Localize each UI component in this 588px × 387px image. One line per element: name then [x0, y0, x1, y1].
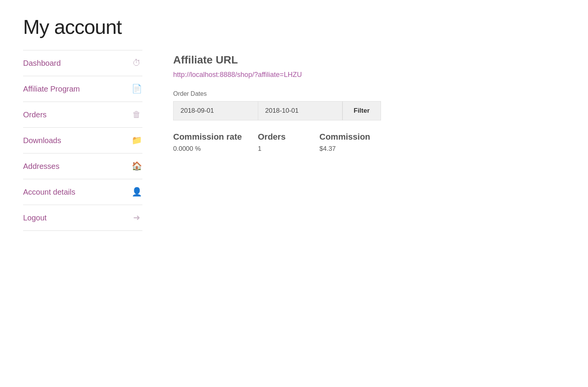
date-to-input[interactable] [258, 101, 342, 120]
sidebar-item-affiliate-program[interactable]: Affiliate Program [23, 76, 142, 102]
sidebar-item-label-orders: Orders [23, 110, 47, 120]
sidebar-divider-bottom [23, 230, 142, 231]
sidebar: Dashboard Affiliate Program Orders Downl… [23, 50, 142, 231]
commission-rate-column: Commission rate 0.0000 % [173, 132, 258, 153]
commission-value: $4.37 [319, 145, 404, 153]
sidebar-item-logout[interactable]: Logout [23, 205, 142, 230]
sidebar-item-account-details[interactable]: Account details [23, 179, 142, 205]
downloads-icon [131, 135, 142, 145]
sidebar-item-label-affiliate: Affiliate Program [23, 84, 80, 94]
sidebar-item-dashboard[interactable]: Dashboard [23, 50, 142, 76]
commission-header: Commission [319, 132, 404, 145]
orders-header: Orders [258, 132, 319, 145]
layout: Dashboard Affiliate Program Orders Downl… [23, 50, 565, 231]
orders-value: 1 [258, 145, 319, 153]
sidebar-item-label-account-details: Account details [23, 187, 75, 197]
page-wrapper: My account Dashboard Affiliate Program O… [0, 0, 588, 246]
sidebar-item-label-logout: Logout [23, 213, 47, 223]
logout-icon [131, 213, 142, 223]
sidebar-item-label-addresses: Addresses [23, 161, 60, 171]
sidebar-item-addresses[interactable]: Addresses [23, 153, 142, 179]
main-content: Affiliate URL http://localhost:8888/shop… [173, 50, 565, 153]
commission-column: Commission $4.37 [319, 132, 404, 153]
affiliate-icon [131, 84, 142, 94]
sidebar-item-label-dashboard: Dashboard [23, 58, 61, 68]
sidebar-item-orders[interactable]: Orders [23, 102, 142, 127]
sidebar-item-label-downloads: Downloads [23, 135, 61, 145]
filter-button[interactable]: Filter [342, 101, 381, 120]
affiliate-url-link[interactable]: http://localhost:8888/shop/?affiliate=LH… [173, 71, 565, 79]
orders-column: Orders 1 [258, 132, 319, 153]
commission-rate-header: Commission rate [173, 132, 258, 145]
order-dates-label: Order Dates [173, 90, 565, 97]
sidebar-item-downloads[interactable]: Downloads [23, 128, 142, 153]
dashboard-icon [131, 58, 142, 68]
affiliate-url-section-title: Affiliate URL [173, 54, 565, 66]
account-icon [131, 187, 142, 197]
date-filter-row: Filter [173, 101, 565, 120]
orders-icon [131, 110, 142, 120]
date-from-input[interactable] [173, 101, 258, 120]
stats-grid: Commission rate 0.0000 % Orders 1 Commis… [173, 132, 565, 153]
commission-rate-value: 0.0000 % [173, 145, 258, 153]
page-title: My account [23, 15, 565, 38]
addresses-icon [131, 161, 142, 171]
